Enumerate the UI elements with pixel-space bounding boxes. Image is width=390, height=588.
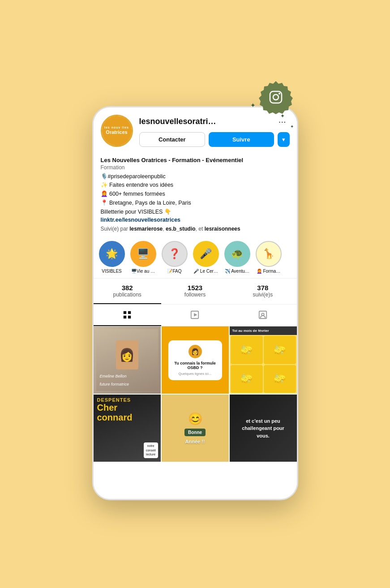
- stories-row: 🌟 VISIBLES 🖥️ 🖥️Vie au … ❓ 📝FAQ: [94, 236, 297, 278]
- publications-num: 382: [122, 284, 133, 292]
- story-item-faq[interactable]: ❓ 📝FAQ: [162, 241, 188, 274]
- tab-reels[interactable]: [161, 305, 229, 326]
- bio-link[interactable]: linktr.ee/lesnouvellesoratrices: [101, 217, 290, 223]
- tab-grid[interactable]: [94, 305, 161, 326]
- following-num: 378: [257, 284, 268, 292]
- story-label-forma: 👩‍🦰 Forma…: [257, 269, 281, 274]
- sparkle-icon-1: ✦: [250, 102, 256, 109]
- story-item-vie[interactable]: 🖥️ 🖥️Vie au …: [130, 241, 156, 274]
- grid-post-4-author: DESPENTES: [97, 397, 133, 403]
- bio-line-1: 🎙️#prisedeparoleenpublic: [101, 172, 290, 181]
- posts-grid: 👩 Emeline Bellonfuture formatrice 👩 Tu c…: [94, 326, 297, 462]
- story-label-cer: 🎤 Le Cer…: [193, 269, 218, 274]
- grid-post-3[interactable]: Toi au mois de février 🧽 🧽 🧽 🧽: [230, 326, 297, 394]
- tab-row: [94, 305, 297, 326]
- story-label-vie: 🖥️Vie au …: [131, 269, 155, 274]
- grid-post-3-caption: Toi au mois de février: [230, 326, 297, 335]
- grid-post-4-badge: notreconseillecture: [144, 442, 158, 458]
- sparkle-icon-4: ✦: [290, 124, 294, 129]
- story-label-faq: 📝FAQ: [167, 269, 181, 274]
- svg-rect-4: [128, 311, 131, 314]
- bio-line-4: 📍 Bretagne, Pays de la Loire, Paris: [101, 199, 290, 207]
- story-item-visibles[interactable]: 🌟 VISIBLES: [99, 241, 125, 274]
- svg-rect-3: [124, 311, 126, 314]
- bio-line-2: ✨ Faites entendre vos idées: [101, 181, 290, 189]
- stat-followers[interactable]: 1523 followers: [161, 279, 229, 304]
- tab-tagged[interactable]: [229, 305, 296, 326]
- svg-rect-5: [124, 316, 126, 318]
- bio-line-5: Billetterie pour VISIBLES 👇: [101, 208, 290, 216]
- svg-point-2: [279, 93, 280, 94]
- bio-section: Les Nouvelles Oratrices - Formation - Ev…: [94, 153, 297, 237]
- grid-post-4-title: Cherconnard: [97, 403, 133, 422]
- story-label-visibles: VISIBLES: [102, 269, 121, 274]
- story-item-forma[interactable]: 🦒 👩‍🦰 Forma…: [256, 241, 282, 274]
- grid-post-2-title: Tu connais la formule OSBD ?: [173, 361, 218, 370]
- username-area: lesnouvellesoratri… ··· Contacter Suivre…: [139, 115, 290, 147]
- following-label: suivi(e)s: [253, 292, 273, 298]
- phone-scene: ✦ ✦ ✦ ✦ les nouv lles: [92, 88, 298, 500]
- followed-by: Suivi(e) par lesmarierose, es.b_studio, …: [101, 226, 290, 232]
- grid-post-5[interactable]: 😊 Bonne Année !!: [162, 395, 229, 462]
- username: lesnouvellesoratri…: [139, 117, 216, 126]
- grid-post-1[interactable]: 👩 Emeline Bellonfuture formatrice: [94, 326, 161, 394]
- publications-label: publications: [113, 292, 141, 298]
- grid-post-1-label: Emeline Bellonfuture formatrice: [100, 374, 129, 386]
- follow-button[interactable]: Suivre: [209, 132, 274, 147]
- grid-post-6[interactable]: et c'est un peu challengeant pour vous.: [230, 395, 297, 462]
- followers-num: 1523: [188, 284, 202, 292]
- story-item-cer[interactable]: 🎤 🎤 Le Cer…: [193, 241, 219, 274]
- story-label-aventu: ✈️ Aventu…: [225, 269, 249, 274]
- svg-rect-6: [128, 316, 131, 318]
- stats-row: 382 publications 1523 followers 378 suiv…: [94, 278, 297, 305]
- followers-label: followers: [184, 292, 206, 298]
- phone-screen[interactable]: les nouv lles Oratrices lesnouvellesorat…: [94, 107, 297, 499]
- avatar[interactable]: les nouv lles Oratrices: [101, 115, 133, 147]
- stat-publications[interactable]: 382 publications: [94, 279, 161, 304]
- bio-category: Formation: [101, 164, 290, 171]
- grid-post-2[interactable]: 👩 Tu connais la formule OSBD ? Quelques …: [162, 326, 229, 394]
- contact-button[interactable]: Contacter: [139, 132, 206, 147]
- svg-marker-8: [194, 313, 197, 317]
- bio-line-3: 👩‍🦰 600+ femmes formées: [101, 190, 290, 198]
- story-item-aventu[interactable]: 🐢 ✈️ Aventu…: [224, 241, 250, 274]
- phone-shell: les nouv lles Oratrices lesnouvellesorat…: [92, 106, 298, 500]
- grid-post-4[interactable]: DESPENTES Cherconnard notreconseillectur…: [94, 395, 161, 462]
- grid-post-2-sub: Quelques lignes ici...: [173, 372, 218, 376]
- grid-post-5-label: Bonne: [184, 429, 206, 436]
- chevron-button[interactable]: ▾: [278, 132, 290, 147]
- grid-post-6-text: et c'est un peu challengeant pour vous.: [230, 412, 297, 445]
- grid-post-5-sub: Année !!: [185, 439, 205, 444]
- instagram-badge: [258, 79, 294, 115]
- stat-following[interactable]: 378 suivi(e)s: [229, 279, 296, 304]
- bio-full-name: Les Nouvelles Oratrices - Formation - Ev…: [101, 157, 290, 163]
